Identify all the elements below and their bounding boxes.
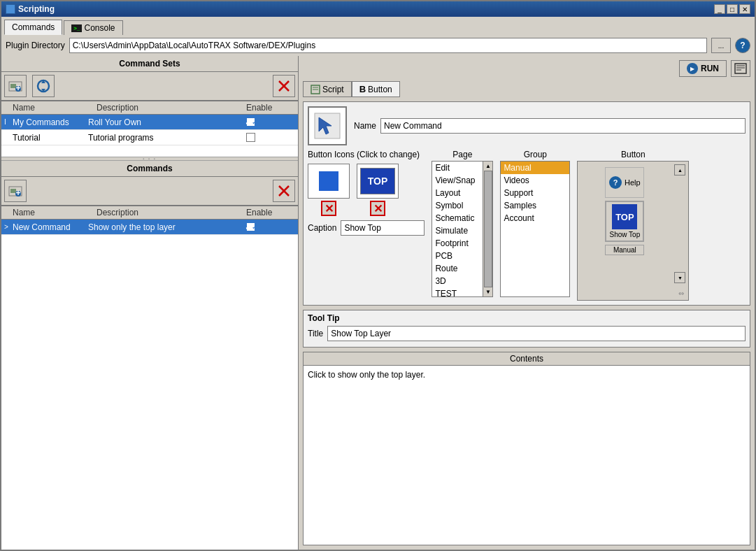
command-row[interactable]: > New Command Show only the top layer ✓ <box>1 220 298 235</box>
button-icons-and-sections: Button Icons (Click to change) ✕ TOP <box>308 150 746 301</box>
run-button[interactable]: ▶ RUN <box>679 60 727 77</box>
command-sets-toolbar: + <box>1 72 298 101</box>
button-preview-area: ▲ ? Help TOP <box>577 161 689 301</box>
preview-help-button[interactable]: ? Help <box>580 167 669 198</box>
maximize-button[interactable]: □ <box>727 4 738 14</box>
command-set-row[interactable]: I My Commands Roll Your Own ✓ <box>1 115 298 130</box>
preview-scroll-up[interactable]: ▲ <box>674 164 685 176</box>
page-item-pcb[interactable]: PCB <box>432 250 483 262</box>
close-button[interactable]: ✕ <box>739 4 750 14</box>
console-icon: >_ <box>71 24 82 32</box>
tooltip-title-input[interactable] <box>327 326 746 341</box>
caption-input[interactable] <box>341 220 425 236</box>
cmd-enable-checkbox[interactable]: ✓ <box>246 222 255 231</box>
title-bar: Scripting _ □ ✕ <box>1 1 755 17</box>
col-name-header: Name <box>13 103 97 113</box>
group-item-account[interactable]: Account <box>501 212 569 224</box>
button-preview-column: Button ▲ ? Help <box>577 150 689 301</box>
page-item-symbol[interactable]: Symbol <box>432 199 483 212</box>
group-item-manual[interactable]: Manual <box>501 162 569 174</box>
contents-text: Click to show only the top layer. <box>308 370 425 380</box>
cmd-col-desc-header: Description <box>97 208 246 217</box>
page-item-route[interactable]: Route <box>432 262 483 275</box>
page-scrollbar[interactable]: ▲ ▼ <box>483 162 492 296</box>
group-item-samples[interactable]: Samples <box>501 199 569 212</box>
plugin-dir-bar: Plugin Directory ... ? <box>1 35 755 56</box>
group-item-support[interactable]: Support <box>501 187 569 199</box>
delete-icon-2-button[interactable]: ✕ <box>370 201 385 216</box>
tab-script[interactable]: Script <box>303 81 352 97</box>
run-icon: ▶ <box>687 63 698 74</box>
plugin-help-button[interactable]: ? <box>735 38 750 53</box>
page-item-footprint[interactable]: Footprint <box>432 237 483 250</box>
icon-box-1[interactable] <box>308 164 350 199</box>
delete-icon-1-button[interactable]: ✕ <box>321 201 336 216</box>
name-label: Name <box>354 121 376 131</box>
plugin-dir-label: Plugin Directory <box>6 41 65 50</box>
svg-text:+: + <box>15 188 20 198</box>
contents-body: Click to show only the top layer. <box>304 366 750 545</box>
resize-icon: ⇔ <box>676 287 687 299</box>
tab-commands[interactable]: Commands <box>4 20 62 35</box>
svg-rect-13 <box>735 64 746 73</box>
page-list[interactable]: Edit View/Snap Layout Symbol Schematic S… <box>432 161 493 297</box>
memo-button[interactable] <box>731 60 750 77</box>
plugin-dir-browse-button[interactable]: ... <box>711 38 731 53</box>
scroll-down-icon[interactable]: ▼ <box>485 289 491 295</box>
preview-top-label: Show Top <box>610 231 641 238</box>
col-enable-header: Enable <box>246 103 295 113</box>
enable-checkbox-1[interactable]: ✓ <box>246 117 255 127</box>
preview-top-button[interactable]: TOP Show Top <box>580 201 669 242</box>
add-command-button[interactable]: + <box>4 180 27 202</box>
icons-header: Button Icons (Click to change) <box>308 150 425 159</box>
commands-toolbar: + <box>1 177 298 206</box>
button-preview-header: Button <box>577 150 689 159</box>
tab-button[interactable]: B Button <box>352 81 400 97</box>
memo-icon <box>734 63 747 74</box>
page-item-schematic[interactable]: Schematic <box>432 212 483 224</box>
command-set-row[interactable]: Tutorial Tutorial programs <box>1 130 298 145</box>
icon-slot-2: TOP ✕ <box>357 164 399 216</box>
plugin-dir-input[interactable] <box>69 38 707 53</box>
tooltip-title-label: Title <box>308 329 323 338</box>
caption-label: Caption <box>308 223 336 233</box>
group-column: Group Manual Videos Support Samples Acco… <box>500 150 570 297</box>
enable-checkbox-2[interactable] <box>246 133 255 142</box>
commands-table-header: Name Description Enable <box>1 206 298 220</box>
refresh-command-set-button[interactable] <box>32 75 55 97</box>
commands-header: Commands <box>1 161 298 177</box>
help-icon: ? <box>609 176 622 189</box>
svg-text:+: + <box>15 83 20 93</box>
group-item-videos[interactable]: Videos <box>501 174 569 187</box>
delete-command-set-button[interactable] <box>273 75 295 97</box>
page-item-test[interactable]: TEST <box>432 287 483 296</box>
tab-bar: Commands >_ Console <box>1 17 755 35</box>
command-sets-header: Command Sets <box>1 56 298 72</box>
page-item-edit[interactable]: Edit <box>432 162 483 174</box>
preview-scroll-down[interactable]: ▼ <box>674 272 685 283</box>
tab-console[interactable]: >_ Console <box>64 20 122 35</box>
add-command-set-button[interactable]: + <box>4 75 27 97</box>
button-name-input[interactable] <box>380 118 746 134</box>
page-item-simulate[interactable]: Simulate <box>432 224 483 237</box>
page-item-viewsnap[interactable]: View/Snap <box>432 174 483 187</box>
icon-box-2[interactable]: TOP <box>357 164 399 199</box>
delete-command-button[interactable] <box>273 180 295 202</box>
button-main-icon[interactable] <box>308 106 347 145</box>
main-window: Scripting _ □ ✕ Commands >_ Console Plug… <box>0 0 756 551</box>
group-list[interactable]: Manual Videos Support Samples Account <box>500 161 570 297</box>
group-header: Group <box>500 150 570 159</box>
delete-command-icon <box>278 185 290 197</box>
page-item-3d[interactable]: 3D <box>432 275 483 287</box>
button-config-top: Name <box>308 106 746 145</box>
scroll-thumb <box>484 171 492 287</box>
page-item-layout[interactable]: Layout <box>432 187 483 199</box>
add-command-icon: + <box>8 184 22 198</box>
tooltip-title-row: Title <box>308 326 746 341</box>
preview-help-label: Help <box>625 178 641 187</box>
page-column: Page Edit View/Snap Layout Symbol Schema… <box>432 150 493 297</box>
minimize-button[interactable]: _ <box>714 4 725 14</box>
cmd-col-enable-header: Enable <box>246 208 295 217</box>
contents-header: Contents <box>304 352 750 366</box>
scroll-up-icon[interactable]: ▲ <box>485 163 491 169</box>
